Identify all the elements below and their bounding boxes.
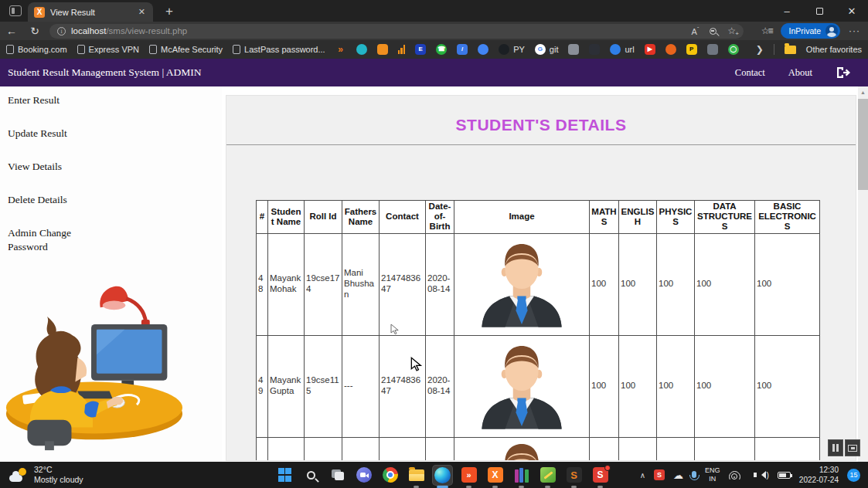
pause-button[interactable]: [828, 439, 843, 456]
language-indicator[interactable]: ENGIN: [705, 466, 720, 483]
nav-about-link[interactable]: About: [788, 67, 812, 79]
bookmark-expressvpn[interactable]: Express VPN: [77, 45, 139, 54]
sidebar-item-admin-change-password[interactable]: Admin Change Password: [8, 226, 97, 256]
edge-button[interactable]: [433, 466, 452, 485]
read-aloud-icon[interactable]: Aˆ: [692, 26, 700, 36]
bookmark-orange-badge[interactable]: [377, 44, 388, 55]
chrome-button[interactable]: [380, 466, 400, 485]
browser-menu-icon[interactable]: ···: [849, 25, 860, 36]
page-scrollbar[interactable]: ▲: [858, 86, 868, 462]
tab-close-icon[interactable]: ✕: [137, 7, 147, 17]
clock[interactable]: 12:302022-07-24: [799, 465, 839, 485]
sidebar-item-delete-details[interactable]: Delete Details: [8, 193, 97, 208]
weather-condition: Mostly cloudy: [34, 475, 83, 484]
weather-icon: [9, 468, 28, 482]
inprivate-badge[interactable]: InPrivate: [781, 23, 840, 39]
dark-city-icon: [589, 44, 600, 55]
other-favorites-folder-icon[interactable]: [785, 46, 796, 54]
eee-blue-icon: E: [415, 44, 426, 55]
search-button[interactable]: [301, 466, 321, 485]
paint-app-button[interactable]: [538, 466, 557, 485]
sidebar-item-enter-result[interactable]: Enter Result: [8, 93, 97, 108]
col-roll-id: Roll Id: [305, 201, 342, 234]
bookmark-whatsapp[interactable]: ☎: [436, 44, 447, 55]
sublime-button[interactable]: S: [564, 466, 584, 485]
logout-icon[interactable]: [836, 66, 851, 79]
xampp-button[interactable]: X: [485, 466, 505, 485]
sidebar-item-update-result[interactable]: Update Result: [8, 127, 97, 141]
bookmark-analytics-bars[interactable]: [398, 45, 406, 54]
bookmark-camera-gray[interactable]: [568, 44, 579, 55]
volume-icon[interactable]: ): [749, 471, 769, 480]
maximize-button[interactable]: [803, 0, 836, 22]
scrollbar-thumb[interactable]: [858, 99, 868, 190]
bookmark-lastpass[interactable]: LastPass password...: [233, 45, 325, 54]
wifi-icon[interactable]: [729, 471, 740, 480]
arrows-orange-icon: »: [335, 44, 346, 55]
bookmark-teal-circle[interactable]: [356, 44, 367, 55]
bookmark-edge-blue[interactable]: url: [610, 44, 634, 55]
add-favorite-icon[interactable]: ☆+: [727, 25, 736, 36]
pip-button[interactable]: [845, 439, 860, 456]
recorder-overlay: [828, 439, 860, 456]
col-image: Image: [454, 201, 590, 234]
bookmarks-list: Booking.comExpress VPNMcAfee SecurityLas…: [6, 44, 746, 55]
screenrec-button[interactable]: S: [591, 466, 610, 485]
bookmark-p-yellow[interactable]: P: [686, 44, 697, 55]
screen-recorder-button[interactable]: »: [459, 466, 478, 485]
refresh-button[interactable]: ↻: [23, 25, 46, 37]
bookmark-orange-dots[interactable]: [665, 44, 676, 55]
tab-actions-icon[interactable]: [9, 5, 22, 16]
bookmark-youtube[interactable]: ▶: [645, 44, 655, 55]
browser-tab[interactable]: X View Result ✕: [28, 2, 153, 22]
nav-contact-link[interactable]: Contact: [735, 67, 765, 79]
table-row-partial: [257, 437, 820, 461]
bookmark-green-ring[interactable]: ◯: [728, 44, 739, 55]
notification-badge[interactable]: 15: [847, 469, 860, 482]
tray-app-icon[interactable]: S: [654, 469, 665, 480]
battery-icon[interactable]: [778, 472, 791, 479]
minimize-button[interactable]: –: [771, 0, 803, 22]
other-favorites-label[interactable]: Other favorites: [806, 45, 862, 54]
chat-button[interactable]: [354, 466, 373, 485]
onedrive-icon[interactable]: ☁: [673, 469, 683, 481]
new-tab-button[interactable]: +: [165, 4, 173, 22]
bookmark-dark-city[interactable]: [589, 44, 600, 55]
bookmark-label: git: [550, 45, 559, 54]
bookmark-booking[interactable]: Booking.com: [6, 45, 67, 54]
zoom-out-icon[interactable]: [710, 28, 717, 35]
bookmarks-overflow-icon[interactable]: ❯: [756, 44, 764, 55]
tray-expand-icon[interactable]: ∧: [640, 471, 645, 480]
sidebar: Enter Result Update Result View Details …: [0, 86, 222, 462]
bookmark-arrows-orange[interactable]: »: [335, 44, 346, 55]
winrar-button[interactable]: [512, 466, 531, 485]
sidebar-item-view-details[interactable]: View Details: [8, 160, 97, 175]
search-icon: [307, 471, 315, 480]
weather-widget[interactable]: 32°CMostly cloudy: [9, 465, 133, 485]
bookmark-mcafee[interactable]: McAfee Security: [149, 45, 223, 54]
start-button[interactable]: [275, 466, 294, 485]
file-explorer-button[interactable]: [407, 466, 426, 485]
microphone-icon[interactable]: [692, 471, 696, 478]
url-text[interactable]: localhost/sms/view-result.php: [71, 26, 187, 36]
task-view-button[interactable]: [328, 466, 347, 485]
site-info-icon[interactable]: i: [57, 27, 66, 36]
bookmark-goggles[interactable]: [707, 44, 718, 55]
mcafee-icon: [149, 45, 157, 54]
address-bar[interactable]: i localhost/sms/view-result.php Aˆ ☆+: [49, 24, 744, 39]
bookmark-github[interactable]: PY: [499, 44, 525, 55]
favorites-list-icon[interactable]: ☆≡: [761, 25, 772, 36]
bookmark-eee-blue[interactable]: E: [415, 44, 426, 55]
profile-avatar-icon[interactable]: [825, 25, 838, 37]
back-button[interactable]: ←: [0, 25, 23, 37]
scrollbar-up-icon[interactable]: ▲: [858, 86, 868, 95]
col-data-structures: DATA STRUCTURES: [695, 201, 755, 234]
cell-physics: 100: [657, 335, 695, 437]
bookmark-google-g[interactable]: Ggit: [535, 44, 559, 55]
close-button[interactable]: ✕: [836, 0, 868, 22]
cell-roll: 19cse174: [305, 233, 342, 335]
cell-maths: 100: [590, 335, 619, 437]
bookmark-assistant[interactable]: [478, 44, 488, 55]
bookmark-google-ads[interactable]: /: [457, 44, 468, 55]
table-header-row: # Student Name Roll Id Fathers Name Cont…: [257, 201, 820, 234]
